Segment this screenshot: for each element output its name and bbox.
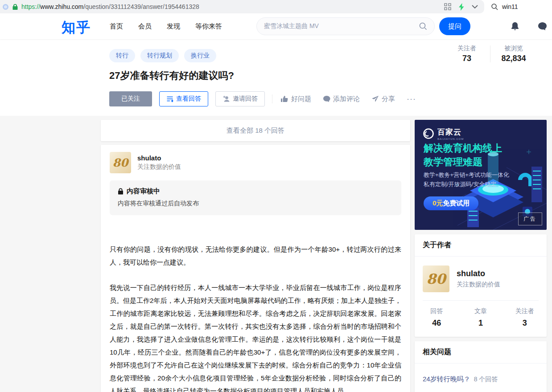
followers-stat[interactable]: 关注者 3 <box>503 307 547 328</box>
related-questions-card: 相关问题 24岁转行晚吗？8 个回答 感觉现在工作没前途，30了转行没方向，有什… <box>415 341 547 392</box>
author-avatar[interactable]: 80 <box>423 265 449 292</box>
more-actions-button[interactable]: ··· <box>407 94 416 104</box>
ad-brand-name: 百家云 <box>437 127 464 137</box>
topic-tag[interactable]: 转行 <box>109 49 135 62</box>
author-name[interactable]: shulato <box>137 154 181 162</box>
author-name[interactable]: shulato <box>457 269 500 278</box>
ad-subtext: 教学+教务+营销+考试功能一体化 私有定制/开放源码/安全稳定 <box>424 170 509 189</box>
answer-author-row: 80 shulato 关注数据的价值 <box>110 152 401 173</box>
search-icon[interactable] <box>419 22 427 30</box>
author-stats: 回答 46 文章 1 关注者 3 <box>415 301 547 337</box>
ad-banner[interactable]: 百家云 BAIJIAYUN.COM 解决教育机构线上 教学管理难题 教学+教务+… <box>415 120 547 230</box>
qr-code-icon[interactable] <box>444 3 451 10</box>
followers-stat[interactable]: 关注者 73 <box>451 45 483 63</box>
page-content: 查看全部 18 个回答 80 shulato 关注数据的价值 内容审核中 内容将… <box>0 116 552 392</box>
actions-divider <box>272 94 272 103</box>
question-actions: 已关注 查看回答 邀请回答 好问题 添加评论 分享 ··· <box>109 91 552 106</box>
nav-item-membership[interactable]: 会员 <box>138 22 152 31</box>
ad-brand-rings-icon <box>423 128 434 139</box>
about-author-title: 关于作者 <box>415 234 547 257</box>
question-stats: 关注者 73 被浏览 82,834 <box>451 45 530 63</box>
answers-icon <box>166 96 173 102</box>
answers-stat[interactable]: 回答 46 <box>415 307 459 328</box>
flash-bolt-icon[interactable] <box>458 3 465 11</box>
articles-stat[interactable]: 文章 1 <box>459 307 503 328</box>
topic-tag[interactable]: 转行规划 <box>140 49 179 62</box>
view-all-answers-bar[interactable]: 查看全部 18 个回答 <box>101 120 410 141</box>
review-notice-desc: 内容将在审核通过后自动发布 <box>118 200 393 208</box>
nav-item-discover[interactable]: 发现 <box>167 22 180 31</box>
chevron-down-icon[interactable] <box>472 5 478 9</box>
share-button[interactable]: 分享 <box>371 95 395 103</box>
followed-button[interactable]: 已关注 <box>109 91 152 106</box>
answer-paragraph: 我先说一下自己的转行经历，本人一线城市一本大学毕业，毕业后留在一线城市工作，岗位… <box>110 281 401 392</box>
share-plane-icon <box>371 95 379 102</box>
thumb-up-icon <box>280 95 288 103</box>
main-nav: 首页 会员 发现 等你来答 <box>110 13 222 39</box>
view-answers-button[interactable]: 查看回答 <box>159 91 208 106</box>
author-bio: 关注数据的价值 <box>457 281 500 289</box>
stats-divider <box>490 45 490 62</box>
author-avatar[interactable]: 80 <box>110 152 131 173</box>
related-question-item[interactable]: 24岁转行晚吗？8 个回答 <box>423 373 539 385</box>
comment-icon <box>323 95 330 102</box>
answer-text: 只有你的问题，没有你的现状，无法给你更多的建议。但是作为一个年龄30+，转过两次… <box>110 243 401 392</box>
answer-paragraph: 只有你的问题，没有你的现状，无法给你更多的建议。但是作为一个年龄30+，转过两次… <box>110 243 401 269</box>
ask-question-button[interactable]: 提问 <box>439 17 470 35</box>
address-bar[interactable]: https://www.zhihu.com/question/331112439… <box>0 0 484 13</box>
ad-logo: 百家云 BAIJIAYUN.COM <box>423 127 464 140</box>
add-comment-button[interactable]: 添加评论 <box>323 95 360 103</box>
nav-item-waiting[interactable]: 等你来答 <box>195 22 222 31</box>
secure-lock-icon[interactable] <box>12 4 18 10</box>
author-bio: 关注数据的价值 <box>137 163 181 171</box>
main-column: 查看全部 18 个回答 80 shulato 关注数据的价值 内容审核中 内容将… <box>101 120 410 392</box>
views-stat: 被浏览 82,834 <box>498 45 530 63</box>
ad-brand-domain: BAIJIAYUN.COM <box>437 138 464 140</box>
ad-label: 广告 <box>518 212 542 225</box>
zhihu-logo[interactable]: 知乎 <box>62 18 91 37</box>
browser-bar: https://www.zhihu.com/question/331112439… <box>0 0 552 13</box>
tab-audio-icon[interactable] <box>3 4 8 10</box>
ad-cta-button[interactable]: 0元免费试用 <box>424 196 478 210</box>
site-header: 知乎 首页 会员 发现 等你来答 蜜雪冰城主题曲 MV 提问 <box>0 13 552 39</box>
related-questions-title: 相关问题 <box>415 341 547 363</box>
url-text: https://www.zhihu.com/question/331112439… <box>21 3 444 10</box>
site-search-value: 蜜雪冰城主题曲 MV <box>264 22 419 30</box>
browser-search[interactable]: win11 <box>484 0 552 13</box>
ad-headline: 解决教育机构线上 教学管理难题 <box>424 141 502 169</box>
search-icon <box>491 4 498 10</box>
sidebar: 百家云 BAIJIAYUN.COM 解决教育机构线上 教学管理难题 教学+教务+… <box>415 120 547 392</box>
nav-item-home[interactable]: 首页 <box>110 22 123 31</box>
invite-answer-button[interactable]: 邀请回答 <box>215 91 265 106</box>
about-author-card: 关于作者 80 shulato 关注数据的价值 回答 46 文章 1 <box>415 234 547 337</box>
messages-icon[interactable] <box>537 21 548 31</box>
notifications-bell-icon[interactable] <box>510 21 520 32</box>
answer-card: 80 shulato 关注数据的价值 内容审核中 内容将在审核通过后自动发布 只… <box>101 145 410 392</box>
question-title: 27岁准备转行有好的建议吗? <box>109 69 552 82</box>
lock-icon <box>118 188 124 195</box>
topic-tag[interactable]: 换行业 <box>184 49 216 62</box>
invite-person-icon <box>222 95 230 102</box>
question-header: 转行 转行规划 换行业 27岁准备转行有好的建议吗? 关注者 73 被浏览 82… <box>0 39 552 116</box>
review-notice-title: 内容审核中 <box>127 187 160 196</box>
review-notice: 内容审核中 内容将在审核通过后自动发布 <box>110 180 401 215</box>
site-search-input[interactable]: 蜜雪冰城主题曲 MV <box>256 17 435 35</box>
good-question-button[interactable]: 好问题 <box>280 95 311 103</box>
browser-search-text: win11 <box>502 3 518 10</box>
